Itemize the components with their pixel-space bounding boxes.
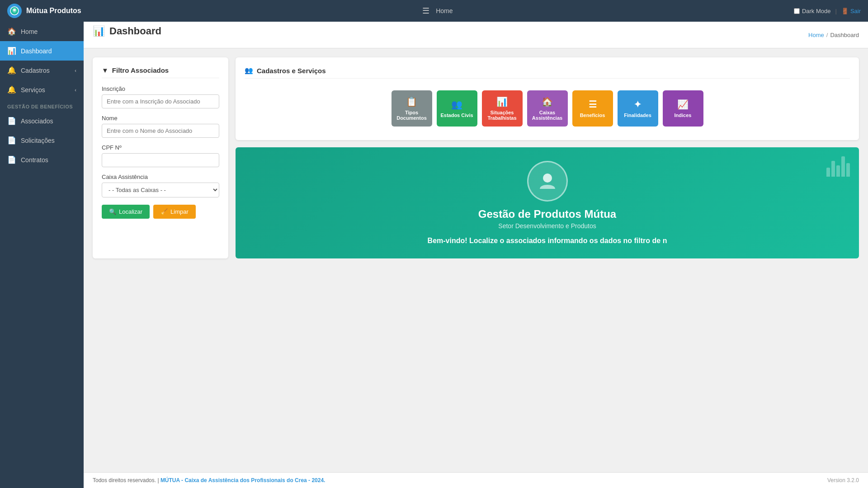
welcome-logo — [527, 161, 568, 202]
nome-group: Nome — [102, 115, 219, 138]
caixa-select[interactable]: - - Todas as Caixas - - — [102, 183, 219, 197]
filter-card-title: ▼ Filtro Associados — [102, 66, 219, 78]
sidebar-item-cadastros[interactable]: 🔔 Cadastros ‹ — [0, 61, 84, 80]
localizar-label: Localizar — [119, 208, 142, 215]
footer-static-text: Todos direitos reservados. — [93, 477, 156, 483]
page-content: ▼ Filtro Associados Inscrição Nome CPF N… — [84, 48, 868, 472]
sidebar-item-dashboard[interactable]: 📊 Dashboard — [0, 41, 84, 61]
service-icon-tipos-documentos: 📋 — [406, 96, 417, 107]
dark-mode-checkbox[interactable] — [794, 8, 800, 14]
servicos-icon: 🔔 — [7, 85, 16, 94]
cpf-group: CPF Nº — [102, 144, 219, 167]
chart-bar — [841, 156, 845, 177]
page-title-row: 📊 Dashboard — [93, 25, 161, 37]
service-label-situacoes-trabalhistas: Situações Trabalhistas — [482, 110, 523, 121]
sidebar-item-solicitacoes[interactable]: 📄 Solicitações — [0, 131, 84, 150]
service-icon-beneficios: ☰ — [589, 99, 597, 110]
sidebar-item-cadastros-label: Cadastros — [21, 67, 50, 74]
dark-mode-toggle[interactable]: Dark Mode — [794, 8, 831, 14]
service-label-beneficios: Benefícios — [580, 113, 605, 118]
dashboard-icon: 📊 — [7, 47, 16, 55]
content-grid: ▼ Filtro Associados Inscrição Nome CPF N… — [93, 57, 859, 258]
sidebar-item-contratos[interactable]: 📄 Contratos — [0, 150, 84, 169]
chart-bar — [831, 161, 835, 177]
search-icon: 🔍 — [109, 208, 116, 215]
footer: Todos direitos reservados. | MÚTUA - Cai… — [84, 472, 868, 488]
solicitacoes-icon: 📄 — [7, 136, 16, 145]
sidebar-item-associados[interactable]: 📄 Associados — [0, 111, 84, 131]
clear-icon: 🧹 — [160, 208, 168, 215]
servicos-chevron-icon: ‹ — [75, 87, 76, 93]
contratos-icon: 📄 — [7, 155, 16, 164]
inscricao-group: Inscrição — [102, 85, 219, 108]
cadastros-card-title: 👥 Cadastros e Serviços — [245, 66, 850, 79]
cadastros-title-icon: 👥 — [245, 66, 253, 75]
exit-link[interactable]: 🚪 Sair — [841, 8, 861, 14]
sidebar-item-home[interactable]: 🏠 Home — [0, 22, 84, 41]
associados-icon: 📄 — [7, 117, 16, 125]
topbar-home-label: Home — [436, 7, 453, 14]
sidebar-item-servicos[interactable]: 🔔 Serviços ‹ — [0, 80, 84, 99]
page-title: Dashboard — [109, 25, 161, 37]
limpar-button[interactable]: 🧹 Limpar — [153, 205, 196, 219]
service-btn-tipos-documentos[interactable]: 📋 Tipos Documentos — [392, 90, 432, 127]
topbar-left: Mútua Produtos — [7, 4, 81, 18]
topbar-separator: | — [835, 8, 836, 14]
sidebar-item-home-label: Home — [21, 28, 38, 35]
filter-title-text: Filtro Associados — [112, 66, 169, 74]
caixa-group: Caixa Assistência - - Todas as Caixas - … — [102, 174, 219, 197]
service-btn-beneficios[interactable]: ☰ Benefícios — [572, 90, 613, 127]
service-label-indices: Indices — [675, 113, 692, 118]
cadastros-title-text: Cadastros e Serviços — [257, 67, 326, 75]
dark-mode-label: Dark Mode — [802, 8, 831, 14]
breadcrumb: Home / Dashboard — [808, 32, 859, 38]
inscricao-input[interactable] — [102, 94, 219, 108]
chart-bar — [846, 163, 850, 177]
sidebar-item-associados-label: Associados — [21, 117, 53, 125]
cadastros-chevron-icon: ‹ — [75, 68, 76, 73]
service-icon-indices: 📈 — [677, 99, 689, 110]
localizar-button[interactable]: 🔍 Localizar — [102, 205, 150, 219]
service-icon-situacoes-trabalhistas: 📊 — [496, 96, 508, 107]
page-title-icon: 📊 — [93, 25, 105, 37]
topbar-center: ☰ Home — [422, 6, 453, 16]
welcome-scroll-text: Bem-vindo! Localize o associados informa… — [428, 237, 667, 245]
service-label-estados-civis: Estados Civis — [440, 113, 473, 118]
app-title: Mútua Produtos — [26, 7, 81, 15]
filter-card: ▼ Filtro Associados Inscrição Nome CPF N… — [93, 57, 228, 258]
welcome-title: Gestão de Produtos Mútua — [478, 208, 616, 221]
service-btn-finalidades[interactable]: ✦ Finalidades — [618, 90, 658, 127]
breadcrumb-home[interactable]: Home — [808, 32, 824, 38]
service-label-tipos-documentos: Tipos Documentos — [392, 110, 432, 121]
topbar: Mútua Produtos ☰ Home Dark Mode | 🚪 Sair — [0, 0, 868, 22]
exit-label: Sair — [850, 8, 861, 14]
nome-input[interactable] — [102, 124, 219, 138]
footer-version: Version 3.2.0 — [827, 477, 859, 483]
service-btn-indices[interactable]: 📈 Indices — [663, 90, 703, 127]
chart-decoration — [826, 156, 850, 177]
sidebar-item-servicos-label: Serviços — [21, 86, 45, 94]
cpf-input[interactable] — [102, 153, 219, 167]
service-icon-estados-civis: 👥 — [451, 99, 462, 110]
chart-bar — [836, 165, 840, 177]
sub-topbar: 📊 Dashboard Home / Dashboard — [84, 22, 868, 48]
home-icon: 🏠 — [7, 27, 16, 36]
welcome-subtitle: Setor Desenvolvimento e Produtos — [498, 222, 596, 230]
service-btn-situacoes-trabalhistas[interactable]: 📊 Situações Trabalhistas — [482, 90, 523, 127]
svg-point-2 — [543, 174, 552, 183]
service-btn-caixas-assistencias[interactable]: 🏠 Caixas Assistências — [527, 90, 568, 127]
service-icon-finalidades: ✦ — [634, 99, 642, 110]
sidebar-item-dashboard-label: Dashboard — [21, 47, 52, 55]
svg-point-1 — [13, 9, 16, 11]
service-btn-estados-civis[interactable]: 👥 Estados Civis — [437, 90, 477, 127]
breadcrumb-current: Dashboard — [830, 32, 859, 38]
footer-brand-link[interactable]: MÚTUA - Caixa de Assistência dos Profiss… — [160, 477, 326, 483]
filter-icon: ▼ — [102, 66, 108, 74]
cpf-label: CPF Nº — [102, 144, 219, 151]
gestao-section-label: GESTÃO DE BENEFÍCIOS — [0, 99, 84, 111]
sidebar: 🏠 Home 📊 Dashboard 🔔 Cadastros ‹ 🔔 Servi… — [0, 22, 84, 488]
caixa-label: Caixa Assistência — [102, 174, 219, 180]
app-logo — [7, 4, 22, 18]
footer-text: Todos direitos reservados. | MÚTUA - Cai… — [93, 477, 325, 483]
menu-icon[interactable]: ☰ — [422, 6, 429, 16]
